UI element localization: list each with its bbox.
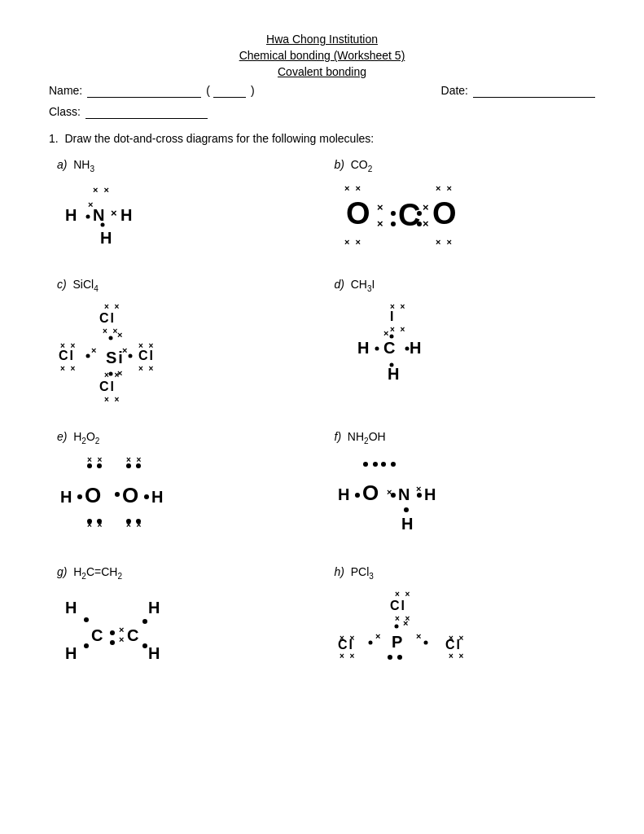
- svg-text:× ×: × ×: [340, 652, 356, 661]
- svg-text:×: ×: [416, 631, 423, 641]
- svg-text:H: H: [401, 515, 414, 533]
- svg-text:× ×: × ×: [104, 395, 120, 404]
- svg-point-102: [142, 619, 147, 624]
- svg-text:× ×: × ×: [344, 183, 362, 193]
- label-h2o2: e) H2O2: [57, 430, 310, 446]
- svg-point-17: [417, 222, 422, 226]
- svg-point-58: [77, 494, 82, 499]
- svg-text:× ×: × ×: [395, 590, 411, 599]
- svg-text:N: N: [398, 485, 411, 503]
- svg-point-104: [142, 643, 147, 648]
- svg-point-55: [389, 362, 393, 367]
- question-text: 1. Draw the dot-and-cross diagrams for t…: [49, 132, 595, 145]
- svg-text:×: ×: [119, 634, 125, 644]
- topic-title: Covalent bonding: [49, 65, 595, 78]
- chinese-name-field[interactable]: [213, 83, 246, 98]
- svg-point-51: [375, 346, 379, 350]
- svg-point-16: [417, 211, 422, 216]
- svg-text:×: ×: [423, 201, 431, 213]
- svg-point-88: [404, 507, 409, 512]
- svg-text:× ×: × ×: [436, 183, 453, 193]
- structure-co2: × × O × × C × ×: [335, 178, 588, 252]
- date-section: Date:: [441, 83, 595, 98]
- svg-text:H: H: [148, 599, 161, 617]
- structure-h2cch2: H C H × × C H: [57, 586, 310, 675]
- label-pcl3: h) PCl3: [335, 565, 588, 581]
- svg-text:×: ×: [387, 487, 393, 497]
- svg-text:N: N: [93, 206, 106, 224]
- svg-point-120: [423, 641, 427, 645]
- svg-text:H: H: [338, 485, 351, 503]
- h2cch2-svg: H C H × × C H: [57, 586, 236, 675]
- label-nh3: a) NH3: [57, 158, 310, 173]
- svg-text:× ×: × ×: [344, 237, 362, 247]
- svg-text:× ×: × ×: [126, 455, 142, 464]
- class-field[interactable]: [85, 104, 208, 119]
- structure-nh3: H N × × × H H ×: [57, 178, 310, 252]
- diagram-h2cch2: g) H2C=CH2 H C H ×: [49, 560, 318, 696]
- svg-text:×: ×: [416, 484, 423, 494]
- diagram-co2: b) CO2 × × O × × C: [326, 153, 596, 257]
- institution-name: Hwa Chong Institution: [49, 33, 595, 46]
- diagram-ch3i: d) CH3I × × I × × C H: [326, 273, 596, 409]
- worksheet-title: Chemical bonding (Worksheet 5): [49, 49, 595, 62]
- diagrams-grid: a) NH3 H N × × × H H: [49, 153, 595, 696]
- svg-text:H: H: [388, 365, 401, 383]
- label-h2cch2: g) H2C=CH2: [57, 565, 310, 581]
- diagram-nh2oh: f) NH2OH H O N: [326, 425, 596, 545]
- svg-text:H: H: [60, 488, 73, 506]
- diagram-pcl3: h) PCl3 × × Cl × × P × × Cl: [326, 560, 596, 696]
- structure-pcl3: × × Cl × × P × × Cl × × ×: [335, 586, 588, 691]
- svg-text:× ×: × ×: [87, 455, 103, 464]
- svg-point-77: [355, 493, 360, 498]
- svg-text:×: ×: [423, 217, 431, 230]
- svg-text:O: O: [122, 483, 140, 507]
- svg-text:P: P: [392, 633, 404, 651]
- page-header: Hwa Chong Institution Chemical bonding (…: [49, 33, 595, 78]
- svg-point-115: [368, 641, 372, 645]
- svg-point-80: [373, 462, 378, 467]
- svg-point-74: [144, 494, 149, 499]
- svg-text:O: O: [432, 196, 458, 230]
- svg-text:×: ×: [117, 368, 124, 378]
- svg-text:O: O: [362, 481, 380, 505]
- question-section: 1. Draw the dot-and-cross diagrams for t…: [49, 132, 595, 696]
- svg-text:Cl: Cl: [99, 380, 116, 393]
- svg-text:×: ×: [377, 201, 385, 213]
- svg-text:H: H: [151, 488, 164, 506]
- paren-close: ): [251, 84, 255, 97]
- svg-text:H: H: [100, 229, 113, 247]
- svg-text:C: C: [91, 626, 104, 644]
- svg-text:×: ×: [88, 200, 94, 209]
- structure-nh2oh: H O N H: [335, 450, 588, 539]
- structure-sicl4: × × Cl × × × × Cl × × Si × ×: [57, 298, 310, 404]
- svg-text:×: ×: [122, 345, 129, 355]
- svg-text:× ×: × ×: [449, 652, 465, 661]
- svg-text:Cl: Cl: [59, 349, 75, 362]
- svg-text:×: ×: [403, 618, 410, 628]
- diagram-h2o2: e) H2O2 H O × ×: [49, 425, 318, 545]
- svg-point-13: [391, 211, 396, 216]
- name-field[interactable]: [87, 83, 201, 98]
- ch3i-svg: × × I × × C H H H: [335, 298, 481, 396]
- svg-text:Cl: Cl: [99, 311, 116, 325]
- svg-point-43: [109, 371, 113, 375]
- h2o2-svg: H O × × × × O: [57, 450, 236, 531]
- svg-text:H: H: [148, 644, 161, 662]
- date-field[interactable]: [473, 83, 595, 98]
- svg-text:× ×: × ×: [87, 520, 103, 529]
- structure-h2o2: H O × × × × O: [57, 450, 310, 531]
- svg-point-79: [363, 462, 368, 467]
- svg-text:×: ×: [375, 631, 382, 641]
- svg-point-111: [394, 625, 398, 629]
- nh3-svg: H N × × × H H ×: [57, 178, 187, 252]
- svg-point-95: [84, 643, 89, 648]
- pcl3-svg: × × Cl × × P × × Cl × × ×: [335, 586, 497, 691]
- svg-text:H: H: [120, 206, 134, 224]
- svg-text:H: H: [65, 206, 78, 224]
- svg-text:×: ×: [383, 328, 390, 338]
- svg-point-53: [405, 346, 409, 350]
- class-row: Class:: [49, 104, 595, 119]
- svg-text:H: H: [424, 485, 437, 503]
- svg-point-109: [388, 655, 392, 660]
